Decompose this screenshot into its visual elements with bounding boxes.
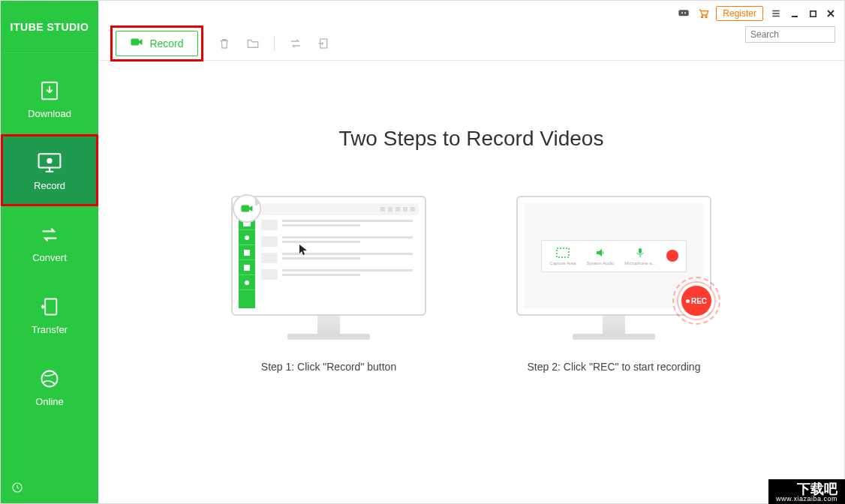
discord-icon[interactable] — [677, 7, 690, 20]
step2-monitor-illustration: Capture Area System Audio Microphone a..… — [516, 196, 711, 340]
microphone-icon — [633, 247, 648, 259]
download-icon — [37, 78, 62, 104]
rec-small-icon — [666, 250, 678, 262]
steps-row: Step 1: Click "Record" button Capture Ar… — [231, 196, 711, 373]
clock-icon[interactable] — [11, 482, 23, 496]
convert-icon — [37, 222, 62, 248]
titlebar: Register — [98, 1, 844, 26]
svg-rect-14 — [242, 206, 250, 212]
svg-point-4 — [42, 370, 58, 386]
app-window: ITUBE STUDIO Download Record Convert — [0, 0, 845, 504]
sidebar-item-label: Download — [28, 108, 71, 119]
sidebar-footer — [1, 475, 98, 503]
step-1: Step 1: Click "Record" button — [231, 196, 426, 373]
loop-icon[interactable] — [288, 36, 303, 51]
svg-rect-3 — [45, 298, 56, 314]
sidebar-item-record[interactable]: Record — [1, 134, 98, 206]
watermark-main: 下载吧 — [776, 482, 837, 496]
watermark-sub: www.xiazaiba.com — [776, 496, 837, 502]
record-screen-icon — [37, 150, 62, 176]
globe-icon — [37, 366, 62, 392]
svg-point-10 — [705, 16, 707, 18]
svg-point-2 — [47, 158, 51, 162]
page-heading: Two Steps to Record Videos — [339, 127, 604, 151]
record-button-label: Record — [149, 38, 183, 50]
svg-rect-17 — [244, 250, 250, 256]
sidebar-item-convert[interactable]: Convert — [1, 206, 98, 278]
sidebar-item-transfer[interactable]: Transfer — [1, 278, 98, 350]
minimize-button[interactable] — [789, 8, 801, 20]
import-icon[interactable] — [317, 36, 332, 51]
camera-icon — [130, 37, 143, 50]
content-area: Two Steps to Record Videos — [98, 82, 844, 503]
svg-rect-20 — [557, 248, 569, 257]
svg-point-9 — [702, 16, 703, 18]
svg-rect-12 — [131, 39, 140, 46]
svg-point-7 — [681, 12, 683, 14]
cursor-icon — [299, 244, 309, 259]
sidebar: ITUBE STUDIO Download Record Convert — [1, 1, 98, 503]
trash-icon[interactable] — [217, 36, 232, 51]
menu-icon[interactable] — [769, 7, 783, 20]
sidebar-item-download[interactable]: Download — [1, 62, 98, 134]
svg-rect-11 — [810, 10, 815, 16]
capture-area-icon — [555, 247, 570, 259]
svg-point-19 — [245, 280, 249, 285]
speaker-icon — [593, 247, 608, 259]
transfer-icon — [37, 294, 62, 320]
sidebar-item-label: Online — [35, 396, 64, 407]
sidebar-item-label: Record — [34, 180, 65, 191]
toolbar: Record — [98, 26, 844, 61]
close-button[interactable] — [825, 8, 837, 20]
toolbar-separator — [274, 36, 275, 51]
rec-badge: REC — [678, 283, 714, 319]
sidebar-item-label: Transfer — [32, 324, 68, 335]
svg-point-8 — [684, 12, 686, 14]
cart-icon[interactable] — [696, 7, 710, 20]
step-2: Capture Area System Audio Microphone a..… — [516, 196, 711, 373]
svg-rect-21 — [639, 248, 642, 254]
record-button[interactable]: Record — [116, 31, 198, 56]
step1-monitor-illustration — [231, 196, 426, 340]
svg-point-16 — [245, 236, 249, 240]
main-area: Register Reco — [98, 1, 844, 503]
svg-rect-6 — [679, 10, 689, 16]
rec-badge-label: REC — [691, 297, 707, 305]
svg-rect-18 — [244, 265, 250, 271]
sidebar-item-label: Convert — [32, 252, 67, 263]
watermark: 下载吧 www.xiazaiba.com — [768, 479, 845, 504]
sidebar-item-online[interactable]: Online — [1, 350, 98, 422]
maximize-button[interactable] — [807, 8, 819, 20]
folder-icon[interactable] — [245, 36, 260, 51]
step1-caption: Step 1: Click "Record" button — [261, 361, 396, 373]
register-button[interactable]: Register — [716, 6, 763, 21]
step2-caption: Step 2: Click "REC" to start recording — [528, 361, 701, 373]
app-logo: ITUBE STUDIO — [1, 1, 98, 53]
sidebar-nav: Download Record Convert Transfer — [1, 53, 98, 475]
record-button-highlight: Record — [110, 26, 203, 62]
